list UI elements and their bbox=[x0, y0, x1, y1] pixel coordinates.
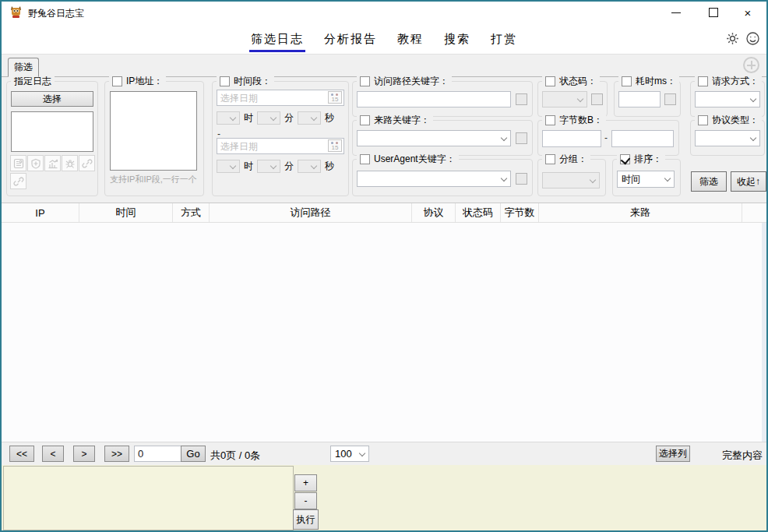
column-header-method[interactable]: 方式 bbox=[173, 203, 210, 222]
log-list[interactable] bbox=[11, 111, 93, 152]
go-button[interactable]: Go bbox=[181, 446, 206, 462]
column-header-protocol[interactable]: 协议 bbox=[412, 203, 456, 222]
referer-keyword-checkbox[interactable] bbox=[360, 115, 370, 125]
method-checkbox[interactable] bbox=[698, 76, 708, 86]
group-time-range: 时间段： 15 时 分 秒 - 15 时 分 bbox=[212, 81, 349, 196]
maximize-icon[interactable] bbox=[698, 2, 729, 23]
filter-panel: 指定日志 选择 bbox=[2, 77, 766, 203]
grouping-select[interactable] bbox=[542, 172, 600, 188]
column-header-status[interactable]: 状态码 bbox=[456, 203, 501, 222]
main-nav: 筛选日志分析报告教程搜索打赏 bbox=[2, 23, 766, 55]
column-header-extra[interactable] bbox=[742, 203, 766, 222]
useragent-keyword-option-box[interactable] bbox=[516, 173, 527, 185]
link-icon[interactable] bbox=[79, 155, 95, 171]
close-icon[interactable]: × bbox=[732, 2, 763, 23]
protocol-label: 协议类型： bbox=[712, 114, 759, 127]
prev-page-button[interactable]: < bbox=[42, 446, 64, 462]
page-summary: 共0页 / 0条 bbox=[210, 449, 260, 463]
bytes-label: 字节数B： bbox=[559, 114, 603, 127]
column-header-path[interactable]: 访问路径 bbox=[210, 203, 412, 222]
ip-hint: 支持IP和IP段,一行一个 bbox=[110, 174, 197, 185]
status-code-select[interactable] bbox=[542, 91, 587, 107]
notes-icon[interactable] bbox=[10, 155, 26, 171]
nav-item-4[interactable]: 打赏 bbox=[489, 25, 519, 52]
column-header-bytes[interactable]: 字节数 bbox=[501, 203, 539, 222]
table-header: IP时间方式访问路径协议状态码字节数来路 bbox=[2, 203, 766, 223]
page-number-input[interactable] bbox=[134, 446, 185, 462]
referer-keyword-label: 来路关键字： bbox=[374, 114, 430, 127]
ip-checkbox[interactable] bbox=[112, 76, 122, 86]
group-specify-log: 指定日志 选择 bbox=[6, 81, 98, 196]
smiley-icon[interactable] bbox=[745, 31, 760, 46]
path-keyword-checkbox[interactable] bbox=[360, 76, 370, 86]
status-code-checkbox[interactable] bbox=[545, 76, 555, 86]
column-header-referer[interactable]: 来路 bbox=[539, 203, 742, 222]
ip-textarea[interactable] bbox=[110, 91, 197, 171]
second-label-2: 秒 bbox=[325, 160, 334, 173]
end-minute-select[interactable] bbox=[257, 160, 280, 173]
start-second-select[interactable] bbox=[298, 111, 321, 125]
duration-option-box[interactable] bbox=[664, 93, 676, 105]
end-second-select[interactable] bbox=[298, 160, 321, 173]
referer-keyword-option-box[interactable] bbox=[516, 132, 527, 144]
path-keyword-option-box[interactable] bbox=[516, 93, 527, 105]
calendar-icon-end[interactable]: 15 bbox=[328, 139, 342, 152]
protocol-checkbox[interactable] bbox=[698, 115, 708, 125]
page-size-select[interactable]: 100 bbox=[330, 446, 369, 462]
bytes-checkbox[interactable] bbox=[545, 115, 555, 125]
plus-circle-icon[interactable] bbox=[743, 57, 759, 73]
spider-icon[interactable] bbox=[62, 155, 78, 171]
tab-filter[interactable]: 筛选 bbox=[8, 58, 39, 77]
path-keyword-input[interactable] bbox=[357, 91, 511, 107]
link-icon-2[interactable] bbox=[10, 173, 26, 189]
select-log-button[interactable]: 选择 bbox=[11, 91, 93, 107]
grouping-checkbox[interactable] bbox=[545, 154, 555, 164]
calendar-icon-start[interactable]: 15 bbox=[328, 91, 342, 104]
duration-checkbox[interactable] bbox=[622, 76, 632, 86]
shield-plus-icon[interactable] bbox=[27, 155, 44, 171]
column-header-time[interactable]: 时间 bbox=[79, 203, 173, 222]
start-minute-select[interactable] bbox=[257, 111, 280, 125]
title-bar: 野兔谷日志宝 × bbox=[2, 2, 766, 23]
gear-icon[interactable] bbox=[725, 31, 740, 46]
next-page-button[interactable]: > bbox=[73, 446, 95, 462]
remove-row-button[interactable]: - bbox=[294, 492, 317, 509]
status-code-option-box[interactable] bbox=[591, 93, 603, 105]
method-select[interactable] bbox=[695, 91, 760, 107]
date-start-input[interactable] bbox=[217, 90, 344, 106]
nav-item-0[interactable]: 筛选日志 bbox=[249, 25, 305, 52]
duration-input[interactable] bbox=[618, 91, 661, 107]
table-right-strip bbox=[762, 223, 766, 442]
start-hour-select[interactable] bbox=[217, 111, 240, 125]
useragent-keyword-checkbox[interactable] bbox=[360, 154, 370, 164]
column-header-ip[interactable]: IP bbox=[2, 203, 79, 222]
time-range-checkbox[interactable] bbox=[220, 76, 230, 86]
chart-icon[interactable] bbox=[44, 155, 61, 171]
nav-item-3[interactable]: 搜索 bbox=[442, 25, 472, 52]
useragent-keyword-select[interactable] bbox=[357, 171, 511, 187]
filter-button[interactable]: 筛选 bbox=[691, 171, 727, 192]
last-page-button[interactable]: >> bbox=[104, 446, 129, 462]
execute-button[interactable]: 执行 bbox=[293, 509, 319, 530]
sort-checkbox[interactable] bbox=[620, 154, 630, 164]
command-input-area[interactable] bbox=[3, 466, 294, 530]
full-content-label: 完整内容 bbox=[722, 449, 763, 463]
end-hour-select[interactable] bbox=[217, 160, 240, 173]
first-page-button[interactable]: << bbox=[9, 446, 34, 462]
bytes-max-input[interactable] bbox=[611, 130, 674, 147]
nav-item-2[interactable]: 教程 bbox=[396, 25, 425, 52]
date-end-input[interactable] bbox=[217, 138, 344, 154]
protocol-select[interactable] bbox=[695, 130, 760, 146]
bytes-min-input[interactable] bbox=[542, 130, 601, 147]
sort-select[interactable]: 时间 bbox=[617, 171, 675, 188]
add-row-button[interactable]: + bbox=[294, 474, 317, 491]
nav-items: 筛选日志分析报告教程搜索打赏 bbox=[2, 23, 766, 54]
nav-item-1[interactable]: 分析报告 bbox=[322, 25, 379, 52]
grouping-label: 分组： bbox=[559, 153, 587, 166]
table-body bbox=[2, 223, 766, 442]
select-columns-button[interactable]: 选择列 bbox=[656, 446, 690, 462]
group-grouping: 分组： bbox=[537, 159, 606, 196]
referer-keyword-select[interactable] bbox=[357, 130, 511, 146]
collapse-button[interactable]: 收起↑ bbox=[731, 171, 766, 192]
minimize-icon[interactable] bbox=[661, 2, 692, 23]
